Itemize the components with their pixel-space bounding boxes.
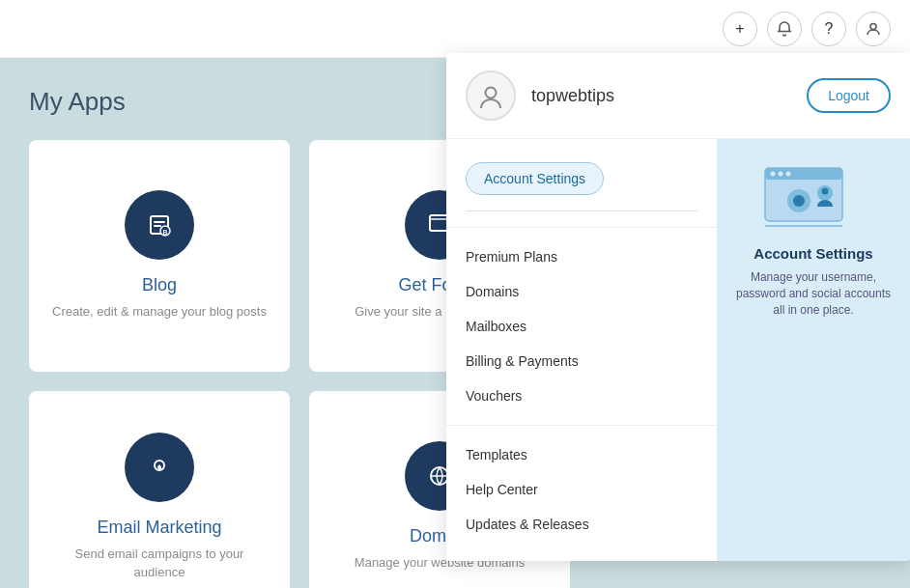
username: topwebtips — [531, 86, 807, 106]
promo-title: Account Settings — [754, 245, 872, 262]
blog-app-desc: Create, edit & manage your blog posts — [52, 303, 267, 321]
svg-point-18 — [822, 188, 829, 195]
email-app-name: Email Marketing — [97, 518, 221, 538]
dropdown-panel: topwebtips Logout Account Settings Premi… — [446, 53, 910, 561]
svg-point-12 — [771, 172, 776, 177]
user-avatar — [466, 70, 516, 121]
svg-text:B: B — [162, 229, 167, 236]
account-settings-section: Account Settings — [446, 154, 717, 219]
svg-rect-11 — [765, 168, 842, 180]
svg-point-16 — [793, 195, 805, 207]
top-bar: + ? — [0, 0, 910, 58]
svg-point-13 — [779, 172, 783, 177]
svg-point-0 — [870, 23, 876, 29]
menu-item-domains[interactable]: Domains — [446, 274, 717, 309]
svg-point-7 — [157, 465, 161, 469]
menu-section-2: Templates Help Center Updates & Releases — [446, 425, 717, 546]
email-icon-circle — [125, 433, 194, 502]
user-account-button[interactable] — [856, 12, 891, 46]
menu-item-help-center[interactable]: Help Center — [446, 472, 717, 507]
dropdown-promo: Account Settings Manage your username, p… — [717, 139, 910, 561]
menu-item-vouchers[interactable]: Vouchers — [446, 378, 717, 413]
menu-item-templates[interactable]: Templates — [446, 437, 717, 472]
menu-item-updates[interactable]: Updates & Releases — [446, 507, 717, 542]
menu-item-billing[interactable]: Billing & Payments — [446, 344, 717, 378]
promo-illustration — [755, 158, 871, 245]
svg-point-14 — [786, 172, 791, 177]
promo-desc: Manage your username, password and socia… — [732, 269, 895, 318]
blog-app-name: Blog — [142, 275, 177, 295]
blog-icon-circle: B — [125, 190, 194, 260]
menu-section-1: Premium Plans Domains Mailboxes Billing … — [446, 227, 717, 417]
add-button[interactable]: + — [723, 12, 757, 46]
menu-item-mailboxes[interactable]: Mailboxes — [446, 309, 717, 344]
logout-button[interactable]: Logout — [807, 78, 891, 113]
dropdown-body: Account Settings Premium Plans Domains M… — [446, 139, 910, 561]
app-card-email[interactable]: Email Marketing Send email campaigns to … — [29, 391, 290, 588]
dropdown-header: topwebtips Logout — [446, 53, 910, 139]
svg-point-9 — [486, 88, 497, 98]
account-settings-button[interactable]: Account Settings — [466, 162, 604, 195]
dropdown-menu: Account Settings Premium Plans Domains M… — [446, 139, 717, 561]
email-app-desc: Send email campaigns to your audience — [48, 546, 270, 580]
app-card-blog[interactable]: B Blog Create, edit & manage your blog p… — [29, 140, 290, 372]
help-button[interactable]: ? — [811, 12, 846, 46]
top-bar-icons: + ? — [723, 12, 891, 46]
menu-item-premium-plans[interactable]: Premium Plans — [446, 239, 717, 274]
notification-button[interactable] — [767, 12, 802, 46]
